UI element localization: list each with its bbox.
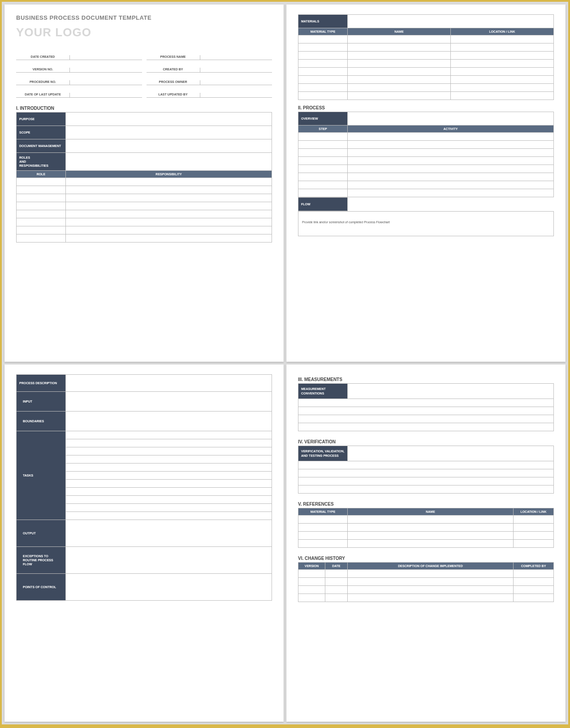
table-row <box>298 399 554 407</box>
label-exceptions: EXCEPTIONS TO ROUTINE PROCESS FLOW <box>17 547 66 574</box>
section-measurements-heading: III. MEASUREMENTS <box>298 377 554 382</box>
table-row <box>298 189 554 197</box>
references-table: MATERIAL TYPE NAME LOCATION / LINK <box>298 508 554 548</box>
table-row <box>298 461 554 469</box>
label-measurement-conventions: MEASUREMENT CONVENTIONS <box>298 384 348 399</box>
meta-date-last-update: DATE OF LAST UPDATE <box>16 85 142 98</box>
table-row <box>298 165 554 173</box>
label-points-of-control: POINTS OF CONTROL <box>17 574 66 601</box>
label-materials: MATERIALS <box>298 15 348 28</box>
table-row <box>17 226 272 234</box>
label-scope: SCOPE <box>17 126 66 139</box>
table-row <box>298 524 554 532</box>
change-history-table: VERSION DATE DESCRIPTION OF CHANGE IMPLE… <box>298 562 554 602</box>
table-row <box>17 218 272 226</box>
table-row <box>298 415 554 423</box>
table-row <box>298 423 554 431</box>
logo-placeholder: YOUR LOGO <box>16 26 272 39</box>
measurements-table: MEASUREMENT CONVENTIONS <box>298 383 554 431</box>
table-row <box>17 234 272 243</box>
table-row <box>17 210 272 218</box>
table-row <box>298 570 554 578</box>
table-row <box>298 173 554 181</box>
table-row <box>298 477 554 485</box>
table-row <box>298 52 554 60</box>
label-verification: VERIFICATION, VALIDATION, AND TESTING PR… <box>298 446 348 461</box>
meta-procedure-no: PROCEDURE NO. <box>16 73 142 85</box>
col-completed: COMPLETED BY <box>514 563 554 570</box>
table-row <box>17 178 272 186</box>
cell-purpose <box>66 113 272 126</box>
meta-created-by: CREATED BY <box>147 60 272 73</box>
table-row <box>298 594 554 602</box>
table-row <box>298 68 554 76</box>
cell-roles-resp <box>66 153 272 171</box>
materials-table: MATERIALS MATERIAL TYPE NAME LOCATION / … <box>298 14 554 100</box>
table-row <box>298 43 554 52</box>
label-doc-mgmt: DOCUMENT MANAGEMENT <box>17 139 66 153</box>
page-4: III. MEASUREMENTS MEASUREMENT CONVENTION… <box>286 364 566 722</box>
col-step: STEP <box>298 126 348 133</box>
page-footer <box>16 353 272 356</box>
meta-process-owner: PROCESS OWNER <box>147 73 272 85</box>
label-purpose: PURPOSE <box>17 113 66 126</box>
process-description-table: PROCESS DESCRIPTION INPUT BOUNDARIES TAS… <box>16 374 272 601</box>
section-verification-heading: IV. VERIFICATION <box>298 439 554 444</box>
page-3: PROCESS DESCRIPTION INPUT BOUNDARIES TAS… <box>4 364 284 722</box>
table-row <box>298 516 554 524</box>
col-ref-name: NAME <box>348 508 514 516</box>
table-row <box>298 407 554 415</box>
meta-grid: DATE CREATED PROCESS NAME VERSION NO. CR… <box>16 48 272 98</box>
verification-table: VERIFICATION, VALIDATION, AND TESTING PR… <box>298 446 554 494</box>
label-roles-resp: ROLES AND RESPONSIBILITIES <box>17 153 66 171</box>
label-boundaries: BOUNDARIES <box>17 412 66 431</box>
meta-date-created: DATE CREATED <box>16 48 142 60</box>
table-row <box>298 92 554 100</box>
table-row <box>17 202 272 210</box>
introduction-table: PURPOSE SCOPE DOCUMENT MANAGEMENT ROLES … <box>16 112 272 243</box>
page-1: BUSINESS PROCESS DOCUMENT TEMPLATE YOUR … <box>4 4 284 362</box>
table-row <box>298 532 554 540</box>
col-role: ROLE <box>17 171 66 178</box>
page-footer <box>298 713 554 716</box>
section-introduction-heading: I. INTRODUCTION <box>16 106 272 111</box>
section-change-history-heading: VI. CHANGE HISTORY <box>298 556 554 561</box>
label-output: OUTPUT <box>17 520 66 547</box>
table-row <box>298 84 554 92</box>
process-table: OVERVIEW STEP ACTIVITY <box>298 112 554 197</box>
table-row <box>298 76 554 84</box>
table-row <box>298 35 554 43</box>
label-tasks: TASKS <box>17 431 66 520</box>
table-row <box>17 194 272 202</box>
page-2: MATERIALS MATERIAL TYPE NAME LOCATION / … <box>286 4 566 362</box>
col-ref-type: MATERIAL TYPE <box>298 508 348 516</box>
flow-note: Provide link and/or screenshot of comple… <box>298 211 554 236</box>
col-desc: DESCRIPTION OF CHANGE IMPLEMENTED <box>348 563 514 570</box>
section-process-heading: II. PROCESS <box>298 105 554 110</box>
meta-version-no: VERSION NO. <box>16 60 142 73</box>
table-row <box>298 149 554 157</box>
doc-title: BUSINESS PROCESS DOCUMENT TEMPLATE <box>16 14 272 21</box>
col-material-type: MATERIAL TYPE <box>298 28 348 35</box>
document-spread: BUSINESS PROCESS DOCUMENT TEMPLATE YOUR … <box>2 2 568 724</box>
col-date: DATE <box>325 563 348 570</box>
col-ref-location: LOCATION / LINK <box>514 508 554 516</box>
table-row <box>298 586 554 594</box>
col-material-location: LOCATION / LINK <box>451 28 554 35</box>
table-row <box>298 540 554 548</box>
table-row <box>298 485 554 494</box>
table-row <box>298 157 554 165</box>
label-flow: FLOW <box>298 198 348 211</box>
col-responsibility: RESPONSIBILITY <box>66 171 272 178</box>
label-process-description: PROCESS DESCRIPTION <box>17 375 66 392</box>
page-footer <box>16 713 272 716</box>
table-row <box>298 181 554 189</box>
page-footer <box>298 353 554 356</box>
table-row <box>298 578 554 586</box>
section-references-heading: V. REFERENCES <box>298 502 554 507</box>
meta-process-name: PROCESS NAME <box>147 48 272 60</box>
table-row <box>298 469 554 477</box>
cell-scope <box>66 126 272 139</box>
cell-doc-mgmt <box>66 139 272 153</box>
flow-table: FLOW <box>298 197 554 211</box>
